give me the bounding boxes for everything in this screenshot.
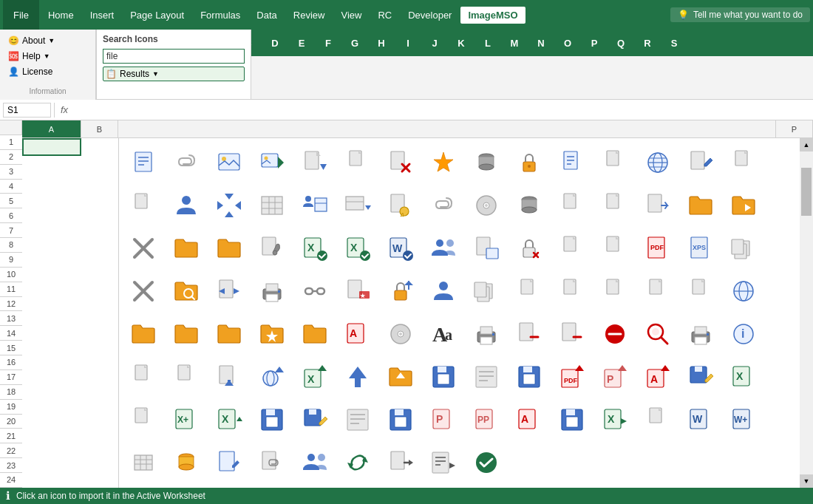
- icon-chain-link[interactable]: [293, 270, 336, 312]
- icon-cd[interactable]: [465, 184, 507, 226]
- icon-ppt-file[interactable]: P: [422, 398, 464, 440]
- icon-file-minus2[interactable]: [551, 313, 593, 355]
- menu-home[interactable]: Home: [41, 7, 81, 24]
- icon-multi-arrow[interactable]: [208, 184, 250, 226]
- icon-printer-check[interactable]: [679, 313, 721, 355]
- col-header-b[interactable]: B: [81, 120, 118, 137]
- icon-floppy[interactable]: [422, 355, 464, 398]
- menu-view[interactable]: View: [333, 7, 369, 24]
- row-13[interactable]: 13: [0, 311, 22, 326]
- icon-multi-lines2[interactable]: [336, 398, 378, 440]
- icon-table-arrow[interactable]: [336, 184, 378, 226]
- icon-folder-open[interactable]: [679, 184, 721, 226]
- icon-xls-export[interactable]: X: [593, 398, 636, 440]
- menu-imagemso[interactable]: ImageMSO: [460, 7, 525, 24]
- icon-img-export[interactable]: [251, 141, 293, 183]
- icon-acc-up[interactable]: A: [636, 355, 678, 398]
- icon-printer[interactable]: [251, 270, 293, 312]
- icon-paperclip-file[interactable]: [251, 441, 293, 483]
- icon-file-cert[interactable]: [379, 184, 421, 226]
- alpha-tab-j[interactable]: J: [421, 30, 448, 56]
- menu-data[interactable]: Data: [249, 7, 284, 24]
- tell-me-bar[interactable]: 💡 Tell me what you want to do: [670, 7, 810, 22]
- icon-file-blank[interactable]: [336, 141, 378, 183]
- row-17[interactable]: 17: [0, 370, 22, 385]
- menu-formulas[interactable]: Formulas: [193, 7, 248, 24]
- row-1[interactable]: 1: [0, 135, 22, 150]
- icon-blank7[interactable]: [636, 398, 678, 440]
- icon-folder-search[interactable]: [165, 270, 207, 312]
- icon-arr-up2[interactable]: [336, 355, 378, 398]
- name-box[interactable]: [3, 103, 51, 118]
- icon-floppy4[interactable]: [379, 398, 421, 440]
- row-4[interactable]: 4: [0, 180, 22, 194]
- icon-table-copy[interactable]: [251, 184, 293, 226]
- col-header-a[interactable]: A: [22, 120, 81, 137]
- scroll-thumb[interactable]: [801, 168, 812, 217]
- icon-folder-star[interactable]: [251, 313, 293, 355]
- alpha-tab-n[interactable]: N: [528, 30, 554, 56]
- icon-print2[interactable]: [465, 313, 507, 355]
- icon-ppt-file2[interactable]: PP: [465, 398, 507, 440]
- icon-db2[interactable]: [508, 184, 550, 226]
- row-22[interactable]: 22: [0, 443, 22, 458]
- icon-lock-x[interactable]: [508, 227, 550, 269]
- row-12[interactable]: 12: [0, 297, 22, 312]
- icon-file-blank2[interactable]: [593, 141, 636, 183]
- icon-xls-x4[interactable]: X: [208, 398, 250, 440]
- icon-list-file[interactable]: [122, 141, 164, 183]
- row-24[interactable]: 24: [0, 473, 22, 488]
- icon-folder-y4[interactable]: [208, 313, 250, 355]
- icon-wrench-file[interactable]: [251, 227, 293, 269]
- icon-blank2[interactable]: [551, 227, 593, 269]
- icon-word-check[interactable]: W: [379, 227, 421, 269]
- icon-db-stack[interactable]: [465, 141, 507, 183]
- icon-acc-file[interactable]: A: [336, 313, 378, 355]
- vertical-scrollbar[interactable]: ▲ ▼: [800, 138, 813, 488]
- icon-folder-yellow[interactable]: [165, 227, 207, 269]
- row-23[interactable]: 23: [0, 458, 22, 473]
- search-input-wrapper[interactable]: [103, 49, 245, 64]
- icon-table-small[interactable]: [122, 441, 164, 483]
- row-15[interactable]: 15: [0, 341, 22, 355]
- icon-acc-file2[interactable]: A: [508, 398, 550, 440]
- icon-folder-y5[interactable]: [293, 313, 336, 355]
- icon-folder-y2[interactable]: [122, 313, 164, 355]
- scroll-down-button[interactable]: ▼: [800, 474, 813, 488]
- icon-file-lines[interactable]: [551, 141, 593, 183]
- menu-file[interactable]: File: [3, 0, 39, 30]
- icon-file-blank9[interactable]: [636, 270, 678, 312]
- icon-multi-doc2[interactable]: [465, 270, 507, 312]
- alpha-tab-l[interactable]: L: [474, 30, 501, 56]
- icon-lock-doc[interactable]: [508, 141, 550, 183]
- icon-file-arrow2[interactable]: [379, 441, 421, 483]
- alpha-tab-g[interactable]: G: [341, 30, 368, 56]
- icon-file-stamp[interactable]: ★: [336, 270, 378, 312]
- icon-file-star-burst[interactable]: [422, 141, 464, 183]
- icon-folder-arrow[interactable]: [722, 184, 764, 226]
- row-6[interactable]: 6: [0, 208, 22, 223]
- icon-blank6[interactable]: [122, 398, 164, 440]
- row-7[interactable]: 7: [0, 223, 22, 238]
- menu-page-layout[interactable]: Page Layout: [123, 7, 191, 24]
- icon-file-grid-x[interactable]: [379, 141, 421, 183]
- row-11[interactable]: 11: [0, 282, 22, 297]
- about-button[interactable]: 😊 About ▼: [6, 34, 89, 47]
- row-2[interactable]: 2: [0, 150, 22, 165]
- icon-person-blue[interactable]: [422, 270, 464, 312]
- row-9[interactable]: 9: [0, 253, 22, 268]
- icon-person-file[interactable]: [165, 184, 207, 226]
- alpha-tab-p[interactable]: P: [581, 30, 608, 56]
- alpha-tab-q[interactable]: Q: [608, 30, 634, 56]
- icon-grid-panel[interactable]: XXWPDFXPS★AAaiXPDFPAXX+XPPPAXWW+: [118, 138, 800, 488]
- icon-file-blank4[interactable]: [551, 184, 593, 226]
- results-button[interactable]: 📋 Results ▼: [103, 67, 245, 81]
- icon-folder-y3[interactable]: [165, 313, 207, 355]
- icon-paperclip[interactable]: [165, 141, 207, 183]
- icon-file-blank5[interactable]: [593, 184, 636, 226]
- icon-multi-lines[interactable]: [465, 355, 507, 398]
- icon-file-pen[interactable]: [679, 141, 721, 183]
- icon-blank5[interactable]: [165, 355, 207, 398]
- menu-insert[interactable]: Insert: [83, 7, 122, 24]
- row-19[interactable]: 19: [0, 400, 22, 415]
